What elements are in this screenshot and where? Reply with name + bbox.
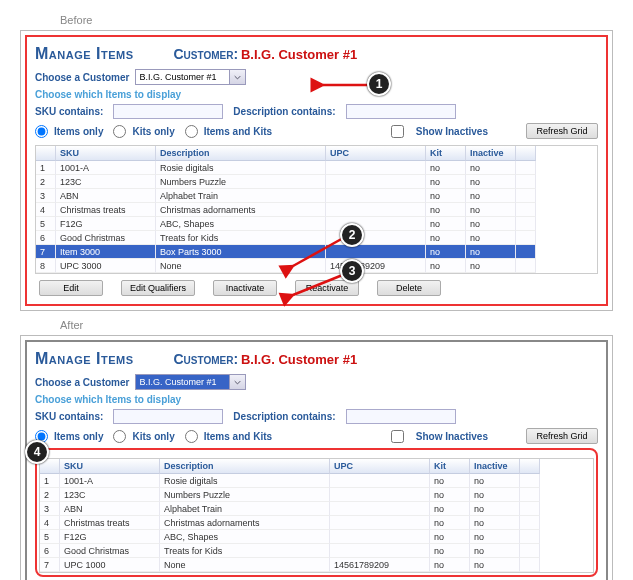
cell-inactive: no (470, 488, 520, 502)
cell-n: 2 (40, 488, 60, 502)
edit-button[interactable]: Edit (39, 280, 103, 296)
cell-upc (330, 488, 430, 502)
table-row[interactable]: 5F12GABC, Shapesnono (36, 217, 597, 231)
callout-1: 1 (367, 72, 391, 96)
cell-tail (516, 161, 536, 175)
customer-combo-input[interactable] (135, 374, 230, 390)
cell-inactive: no (466, 203, 516, 217)
cell-desc: Christmas adornaments (156, 203, 326, 217)
items-grid[interactable]: SKU Description UPC Kit Inactive 11001-A… (35, 145, 598, 274)
col-inactive[interactable]: Inactive (470, 459, 520, 474)
cell-tail (516, 259, 536, 273)
col-sku[interactable]: SKU (56, 146, 156, 161)
cell-desc: ABC, Shapes (156, 217, 326, 231)
items-only-radio[interactable] (35, 125, 48, 138)
customer-combo[interactable] (135, 374, 246, 390)
cell-inactive: no (466, 175, 516, 189)
table-row[interactable]: 4Christmas treatsChristmas adornamentsno… (40, 516, 593, 530)
kits-only-label: Kits only (132, 126, 174, 137)
delete-button[interactable]: Delete (377, 280, 441, 296)
cell-tail (516, 245, 536, 259)
choose-customer-label: Choose a Customer (35, 72, 129, 83)
items-and-kits-radio[interactable] (185, 125, 198, 138)
col-description[interactable]: Description (156, 146, 326, 161)
cell-kit: no (430, 474, 470, 488)
cell-desc: Rosie digitals (156, 161, 326, 175)
cell-tail (516, 231, 536, 245)
items-and-kits-radio[interactable] (185, 430, 198, 443)
cell-upc (326, 189, 426, 203)
col-kit[interactable]: Kit (430, 459, 470, 474)
customer-combo[interactable] (135, 69, 246, 85)
items-and-kits-label: Items and Kits (204, 126, 272, 137)
col-upc[interactable]: UPC (326, 146, 426, 161)
col-sku[interactable]: SKU (60, 459, 160, 474)
table-row[interactable]: 11001-ARosie digitalsnono (40, 474, 593, 488)
cell-upc (330, 502, 430, 516)
inactivate-button[interactable]: Inactivate (213, 280, 277, 296)
cell-tail (516, 189, 536, 203)
choose-customer-label: Choose a Customer (35, 377, 129, 388)
col-inactive[interactable]: Inactive (466, 146, 516, 161)
cell-inactive: no (466, 161, 516, 175)
sku-contains-input[interactable] (113, 409, 223, 424)
cell-upc (326, 161, 426, 175)
customer-value: B.I.G. Customer #1 (241, 352, 357, 367)
desc-contains-input[interactable] (346, 409, 456, 424)
table-row[interactable]: 7UPC 1000None14561789209nono (40, 558, 593, 572)
cell-desc: Alphabet Train (156, 189, 326, 203)
cell-tail (520, 544, 540, 558)
table-row[interactable]: 3ABNAlphabet Trainnono (40, 502, 593, 516)
cell-n: 4 (40, 516, 60, 530)
grid-header: SKU Description UPC Kit Inactive (40, 459, 593, 474)
cell-kit: no (426, 189, 466, 203)
refresh-grid-button[interactable]: Refresh Grid (526, 428, 598, 444)
sku-contains-input[interactable] (113, 104, 223, 119)
cell-kit: no (430, 502, 470, 516)
desc-contains-label: Description contains: (233, 411, 335, 422)
refresh-grid-button[interactable]: Refresh Grid (526, 123, 598, 139)
kits-only-radio[interactable] (113, 430, 126, 443)
table-row[interactable]: 3ABNAlphabet Trainnono (36, 189, 597, 203)
show-inactives-checkbox[interactable] (391, 125, 404, 138)
chevron-down-icon (234, 380, 241, 385)
table-row[interactable]: 2123CNumbers Puzzlenono (40, 488, 593, 502)
col-kit[interactable]: Kit (426, 146, 466, 161)
table-row[interactable]: 4Christmas treatsChristmas adornamentsno… (36, 203, 597, 217)
table-row[interactable]: 11001-ARosie digitalsnono (36, 161, 597, 175)
table-row[interactable]: 6Good ChristmasTreats for Kidsnono (36, 231, 597, 245)
cell-sku: UPC 3000 (56, 259, 156, 273)
col-upc[interactable]: UPC (330, 459, 430, 474)
items-grid[interactable]: SKU Description UPC Kit Inactive 11001-A… (39, 458, 594, 573)
cell-kit: no (426, 259, 466, 273)
show-inactives-checkbox[interactable] (391, 430, 404, 443)
grid-highlight: SKU Description UPC Kit Inactive 11001-A… (35, 448, 598, 577)
before-label: Before (60, 14, 621, 26)
customer-combo-button[interactable] (230, 374, 246, 390)
kits-only-radio[interactable] (113, 125, 126, 138)
choose-items-label: Choose which Items to display (35, 89, 598, 100)
col-description[interactable]: Description (160, 459, 330, 474)
cell-tail (520, 516, 540, 530)
table-row[interactable]: 5F12GABC, Shapesnono (40, 530, 593, 544)
customer-combo-input[interactable] (135, 69, 230, 85)
cell-desc: Numbers Puzzle (160, 488, 330, 502)
table-row[interactable]: 7Item 3000Box Parts 3000nono (36, 245, 597, 259)
table-row[interactable]: 6Good ChristmasTreats for Kidsnono (40, 544, 593, 558)
desc-contains-input[interactable] (346, 104, 456, 119)
edit-qualifiers-button[interactable]: Edit Qualifiers (121, 280, 195, 296)
cell-sku: ABN (60, 502, 160, 516)
table-row[interactable]: 8UPC 3000None14561789209nono (36, 259, 597, 273)
cell-inactive: no (466, 245, 516, 259)
grid-header: SKU Description UPC Kit Inactive (36, 146, 597, 161)
show-inactives-label: Show Inactives (416, 431, 488, 442)
customer-combo-button[interactable] (230, 69, 246, 85)
items-only-label: Items only (54, 431, 103, 442)
table-row[interactable]: 2123CNumbers Puzzlenono (36, 175, 597, 189)
cell-inactive: no (470, 544, 520, 558)
cell-desc: None (160, 558, 330, 572)
cell-sku: ABN (56, 189, 156, 203)
cell-sku: Item 3000 (56, 245, 156, 259)
cell-sku: F12G (60, 530, 160, 544)
cell-sku: Christmas treats (60, 516, 160, 530)
